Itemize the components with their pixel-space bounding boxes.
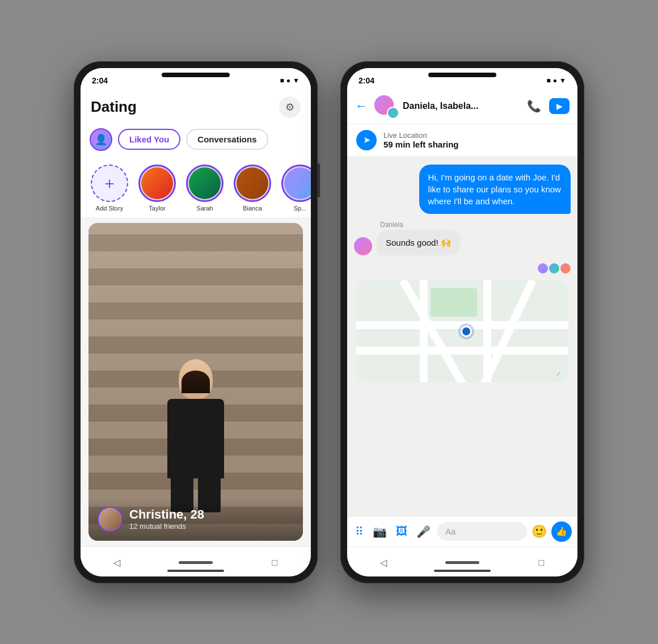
taylor-label: Taylor	[149, 205, 165, 212]
road-v1	[420, 280, 428, 382]
story-sarah[interactable]: Sarah	[185, 165, 225, 212]
message-received: Sounds good! 🙌	[354, 230, 571, 255]
add-story-label: Add Story	[96, 205, 123, 212]
header-avatar-group[interactable]	[373, 94, 397, 118]
camera-icon[interactable]: 📷	[370, 523, 389, 541]
wifi-icon-2: ●	[553, 77, 557, 85]
phone-screen: 2:04 ■ ● ▼ Dating ⚙ 👤 Liked You Conversa…	[81, 68, 311, 576]
sender-label: Daniela	[380, 221, 571, 229]
map-bubble[interactable]: ✓	[356, 280, 568, 382]
story-add[interactable]: ＋ Add Story	[90, 165, 129, 212]
nav-bar: ◁ □	[81, 546, 311, 576]
status-time-2: 2:04	[358, 76, 374, 85]
bianca-avatar[interactable]	[234, 165, 271, 202]
map-message-row: ✓	[354, 280, 571, 382]
live-location-title: Live Location	[383, 131, 459, 140]
add-story-circle[interactable]: ＋	[91, 165, 128, 202]
input-bar: ⠿ 📷 🖼 🎤 Aa 🙂 👍	[347, 516, 577, 546]
phone-messenger: 2:04 ■ ● ▼ ← Daniela, Isabela... 📞	[340, 61, 584, 583]
message-input[interactable]: Aa	[437, 522, 527, 541]
stories-row: ＋ Add Story Taylor Sarah	[81, 157, 311, 217]
profile-name-area: Christine, 28 12 mutual friends	[129, 507, 204, 531]
more-avatar-inner	[284, 167, 311, 199]
phone2-bottom-bar	[434, 570, 491, 572]
wifi-icon: ●	[286, 77, 290, 85]
read-receipts	[354, 263, 571, 273]
map-check: ✓	[556, 370, 562, 378]
bianca-label: Bianca	[243, 205, 262, 212]
dating-tabs: 👤 Liked You Conversations	[81, 124, 311, 157]
phone-bottom-bar	[167, 570, 224, 572]
emoji-button[interactable]: 🙂	[532, 524, 547, 539]
call-button[interactable]: 📞	[527, 99, 541, 113]
back-button[interactable]: ←	[355, 99, 368, 113]
person-hair	[182, 371, 210, 393]
road-diag2	[469, 280, 536, 382]
message-sent: Hi, I'm going on a date with Joe. I'd li…	[354, 165, 571, 214]
nav-recents[interactable]: □	[264, 553, 285, 573]
story-more[interactable]: Sp...	[280, 165, 311, 212]
map-park	[431, 288, 477, 317]
side-button	[318, 163, 320, 197]
story-taylor[interactable]: Taylor	[137, 165, 177, 212]
taylor-avatar-inner	[141, 167, 173, 199]
taylor-avatar[interactable]	[138, 165, 176, 202]
like-button[interactable]: 👍	[551, 521, 572, 542]
live-location-bar[interactable]: ➤ Live Location 59 min left sharing	[347, 124, 577, 157]
profile-card[interactable]: Christine, 28 12 mutual friends	[88, 223, 303, 541]
tab-liked-you[interactable]: Liked You	[118, 129, 180, 150]
map-grid	[356, 280, 568, 382]
phone2-screen: 2:04 ■ ● ▼ ← Daniela, Isabela... 📞	[347, 68, 577, 576]
bianca-avatar-inner	[237, 167, 268, 199]
settings-button[interactable]: ⚙	[279, 96, 301, 118]
dating-screen: Dating ⚙ 👤 Liked You Conversations ＋ Add…	[81, 89, 311, 546]
header-name[interactable]: Daniela, Isabela...	[403, 101, 521, 111]
header-avatar-small	[387, 107, 399, 119]
video-call-button[interactable]: ▶	[549, 98, 570, 114]
received-bubble: Sounds good! 🙌	[377, 230, 461, 255]
receipt-2	[549, 263, 559, 273]
story-bianca[interactable]: Bianca	[233, 165, 272, 212]
nav-back[interactable]: ◁	[107, 553, 127, 573]
apps-icon[interactable]: ⠿	[353, 523, 366, 541]
more-story-circle[interactable]	[281, 165, 311, 202]
status-icons-2: ■ ● ▼	[547, 77, 566, 85]
nav-home-2[interactable]	[445, 561, 479, 564]
nav-back-2[interactable]: ◁	[373, 553, 394, 573]
tab-conversations[interactable]: Conversations	[186, 129, 268, 150]
messenger-header: ← Daniela, Isabela... 📞 ▶	[347, 89, 577, 124]
dating-title: Dating	[91, 98, 137, 116]
tab-avatar[interactable]: 👤	[90, 128, 112, 151]
sarah-avatar[interactable]	[186, 165, 223, 202]
more-label: Sp...	[294, 205, 307, 212]
sender-label-container: Daniela Sounds good! 🙌	[354, 221, 571, 255]
nav-home[interactable]	[179, 561, 213, 564]
mic-icon[interactable]: 🎤	[414, 523, 433, 541]
phone-dating: 2:04 ■ ● ▼ Dating ⚙ 👤 Liked You Conversa…	[74, 61, 318, 583]
nav-recents-2[interactable]: □	[531, 553, 551, 573]
status-icons: ■ ● ▼	[280, 77, 300, 85]
header-actions: 📞 ▶	[527, 98, 570, 114]
profile-mini-avatar	[98, 507, 123, 532]
road-h2	[356, 347, 568, 355]
person-torso	[167, 399, 224, 478]
sent-bubble: Hi, I'm going on a date with Joe. I'd li…	[419, 165, 571, 214]
location-icon: ➤	[356, 130, 377, 150]
signal-icon: ▼	[293, 77, 300, 85]
phone2-notch	[428, 73, 496, 77]
person-head	[179, 359, 213, 399]
messenger-screen: ← Daniela, Isabela... 📞 ▶ ➤ Live Locatio	[347, 89, 577, 546]
profile-name: Christine, 28	[129, 507, 204, 522]
battery-icon: ■	[280, 77, 284, 85]
location-dot	[461, 326, 472, 337]
profile-mutual-friends: 12 mutual friends	[129, 522, 204, 531]
live-location-text: Live Location 59 min left sharing	[383, 131, 459, 149]
signal-icon-2: ▼	[559, 77, 566, 85]
status-bar: 2:04 ■ ● ▼	[81, 68, 311, 89]
chat-area: Hi, I'm going on a date with Joe. I'd li…	[347, 157, 577, 516]
receiver-avatar	[354, 237, 372, 255]
gallery-icon[interactable]: 🖼	[394, 523, 410, 540]
battery-icon-2: ■	[547, 77, 551, 85]
person-container	[88, 223, 303, 541]
status-time: 2:04	[92, 76, 108, 85]
